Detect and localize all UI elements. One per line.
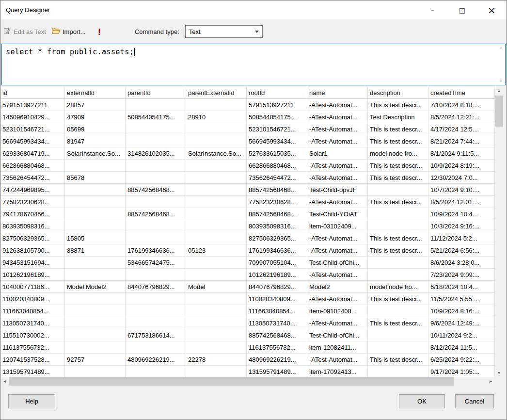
table-cell[interactable]: 101262196189... [247, 269, 307, 281]
sql-scroll-down-icon[interactable]: ▼ [499, 80, 503, 83]
table-cell[interactable]: 92757 [65, 354, 126, 366]
table-cell[interactable] [65, 329, 126, 341]
table-cell[interactable]: -ATest-Automat... [307, 123, 368, 135]
table-cell[interactable] [368, 257, 428, 269]
execute-button[interactable]: ! [98, 27, 101, 36]
table-cell[interactable]: Model.Model2 [65, 281, 126, 293]
minimize-button[interactable]: – [418, 0, 447, 19]
table-cell[interactable]: 9/6/2024 12:49:... [428, 317, 495, 329]
table-cell[interactable]: -ATest-Automat... [307, 293, 368, 305]
table-cell[interactable] [65, 184, 126, 196]
table-row[interactable]: 747244969895...885742568468...8857425684… [0, 184, 495, 196]
table-cell[interactable]: 176199346636... [126, 244, 186, 257]
table-cell[interactable]: 480969226219... [126, 354, 186, 366]
command-type-select[interactable]: Text [185, 25, 263, 38]
table-cell[interactable]: 7/10/2024 8:18:... [428, 99, 495, 111]
table-cell[interactable] [126, 160, 186, 172]
table-cell[interactable] [65, 196, 126, 208]
table-cell[interactable]: 110020340809... [0, 293, 65, 305]
table-cell[interactable]: 885742568468... [247, 208, 307, 220]
edit-as-text-button[interactable]: Edit as Text [3, 27, 46, 36]
table-cell[interactable]: 11/12/2024 5:2... [428, 232, 495, 244]
table-cell[interactable]: model node fro... [368, 147, 428, 160]
table-cell[interactable]: -ATest-Automat... [307, 269, 368, 281]
table-cell[interactable]: 5/21/2024 6:56:... [428, 244, 495, 257]
table-cell[interactable]: Model [186, 281, 247, 293]
table-cell[interactable] [186, 172, 247, 184]
table-cell[interactable]: 314826102035... [126, 147, 186, 160]
table-cell[interactable]: 566945993434... [247, 135, 307, 147]
table-cell[interactable]: Test-Child-YOiAT [307, 208, 368, 220]
table-cell[interactable] [186, 160, 247, 172]
table-cell[interactable]: item-17092413... [307, 366, 368, 377]
table-cell[interactable]: 827506329365... [247, 232, 307, 244]
table-cell[interactable]: 115510730002... [0, 329, 65, 341]
table-cell[interactable]: 5791513927211 [247, 99, 307, 111]
table-cell[interactable] [368, 220, 428, 232]
table-cell[interactable]: 10/7/2024 9:10:... [428, 184, 495, 196]
close-button[interactable]: × [477, 0, 507, 19]
table-cell[interactable]: This is test descr... [368, 196, 428, 208]
table-cell[interactable] [65, 305, 126, 317]
table-cell[interactable]: -ATest-Automat... [307, 99, 368, 111]
table-cell[interactable]: 943453151694... [0, 257, 65, 269]
table-row[interactable]: 110020340809...110020340809...-ATest-Aut… [0, 293, 495, 305]
table-cell[interactable]: This is test descr... [368, 232, 428, 244]
table-row[interactable]: 629336804719...SolarInstance.So...314826… [0, 147, 495, 160]
table-cell[interactable] [186, 366, 247, 377]
table-cell[interactable]: 11/5/2024 5:55:... [428, 293, 495, 305]
table-row[interactable]: 120741537528...92757480969226219...22278… [0, 354, 495, 366]
table-cell[interactable] [65, 208, 126, 220]
horizontal-scrollbar-track[interactable] [9, 377, 487, 386]
table-cell[interactable] [186, 317, 247, 329]
table-cell[interactable]: 844076796829... [126, 281, 186, 293]
scroll-down-button[interactable]: ▼ [495, 369, 503, 377]
table-row[interactable]: 912638105790...88871176199346636...05123… [0, 244, 495, 257]
table-cell[interactable]: 9/17/2024 1:05:... [428, 366, 495, 377]
table-cell[interactable] [186, 123, 247, 135]
table-cell[interactable]: SolarInstance.So... [65, 147, 126, 160]
table-cell[interactable] [368, 184, 428, 196]
table-cell[interactable]: Solar1 [307, 147, 368, 160]
table-row[interactable]: 101262196189...101262196189...-ATest-Aut… [0, 269, 495, 281]
table-cell[interactable]: 885742568468... [247, 184, 307, 196]
table-cell[interactable] [65, 160, 126, 172]
table-cell[interactable]: 844076796829... [247, 281, 307, 293]
column-header-id[interactable]: id [0, 87, 65, 99]
table-cell[interactable] [186, 329, 247, 341]
table-row[interactable]: 775823230628...775823230628...-ATest-Aut… [0, 196, 495, 208]
table-cell[interactable] [65, 317, 126, 329]
column-header-externalId[interactable]: externalId [65, 87, 126, 99]
table-cell[interactable]: -ATest-Automat... [307, 111, 368, 123]
table-cell[interactable]: SolarInstance.So... [186, 147, 247, 160]
table-cell[interactable]: 28857 [65, 99, 126, 111]
table-cell[interactable]: 534665742475... [126, 257, 186, 269]
table-cell[interactable]: 47909 [65, 111, 126, 123]
table-cell[interactable]: This is test descr... [368, 172, 428, 184]
table-row[interactable]: 662866880468...662866880468...-ATest-Aut… [0, 160, 495, 172]
vertical-scrollbar-track[interactable] [495, 95, 503, 369]
scroll-left-button[interactable]: ◄ [0, 377, 9, 386]
sql-scroll-up-icon[interactable]: ▲ [499, 46, 503, 49]
scroll-right-button[interactable]: ► [487, 377, 495, 386]
cancel-button[interactable]: Cancel [455, 394, 494, 408]
table-cell[interactable] [186, 293, 247, 305]
column-header-parentExternalId[interactable]: parentExternalId [186, 87, 247, 99]
table-cell[interactable]: 8/12/2024 11:5... [428, 341, 495, 354]
table-cell[interactable]: 735626454472... [247, 172, 307, 184]
table-cell[interactable]: Test-Child-ofChi... [307, 257, 368, 269]
table-cell[interactable] [65, 341, 126, 354]
table-cell[interactable]: 662866880468... [0, 160, 65, 172]
table-cell[interactable]: 662866880468... [247, 160, 307, 172]
table-cell[interactable]: -ATest-Automat... [307, 172, 368, 184]
table-cell[interactable]: 508544054175... [247, 111, 307, 123]
table-cell[interactable] [186, 184, 247, 196]
table-cell[interactable]: 10/9/2024 8:16:... [428, 305, 495, 317]
table-cell[interactable]: 10/3/2024 9:16:... [428, 220, 495, 232]
import-button[interactable]: Import... [52, 27, 86, 36]
table-cell[interactable] [186, 135, 247, 147]
table-cell[interactable] [126, 305, 186, 317]
table-cell[interactable]: Test-Child-ofChi... [307, 329, 368, 341]
table-row[interactable]: 827506329365...15805827506329365...-ATes… [0, 232, 495, 244]
table-cell[interactable]: 527633615035... [247, 147, 307, 160]
